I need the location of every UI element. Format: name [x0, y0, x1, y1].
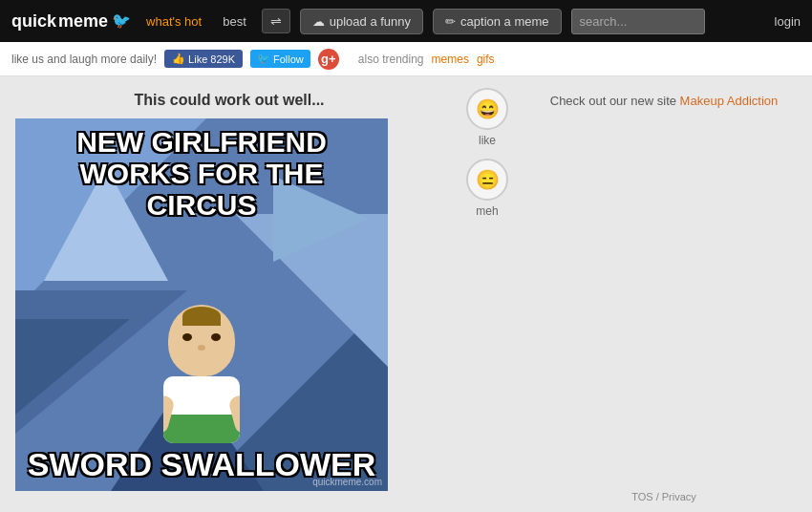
meh-emoji-icon: 😑: [476, 168, 500, 191]
caption-button[interactable]: ✏ caption a meme: [433, 9, 562, 34]
baby-figure: [163, 305, 240, 443]
baby-head: [168, 305, 235, 376]
twitter-bird-icon: 🐦: [257, 53, 270, 65]
like-label: like: [479, 134, 496, 147]
caption-icon: ✏: [445, 14, 456, 29]
like-button[interactable]: 😄: [466, 88, 508, 130]
baby-body: [163, 376, 240, 443]
baby-eye-left: [182, 333, 192, 341]
baby-eye-right: [211, 333, 221, 341]
logo: quick meme 🐦: [11, 12, 131, 30]
meme-image: NEW GIRLFRIEND WORKS FOR THE CIRCUS SWOR…: [15, 118, 388, 491]
like-us-text: like us and laugh more daily!: [11, 53, 157, 66]
nav-whats-hot[interactable]: what's hot: [140, 14, 207, 29]
privacy-link[interactable]: Privacy: [662, 491, 696, 502]
facebook-like-button[interactable]: 👍 Like 829K: [164, 50, 243, 68]
login-button[interactable]: login: [775, 14, 801, 29]
upload-button[interactable]: ☁ upload a funny: [300, 9, 423, 34]
subheader: like us and laugh more daily! 👍 Like 829…: [0, 42, 812, 76]
facebook-thumb-icon: 👍: [172, 53, 185, 65]
content-area: This could work out well...: [0, 76, 459, 512]
baby-hair: [182, 307, 221, 326]
shuffle-button[interactable]: ⇌: [262, 9, 290, 33]
footer-links: TOS / Privacy: [527, 491, 801, 502]
vote-panel: 😄 like 😑 meh: [459, 76, 516, 512]
watermark: quickmeme.com: [312, 477, 382, 487]
google-plus-icon: g+: [321, 52, 336, 66]
header: quick meme 🐦 what's hot best ⇌ ☁ upload …: [0, 0, 812, 42]
meme-title: This could work out well...: [15, 92, 443, 109]
like-emoji-icon: 😄: [476, 97, 500, 120]
meme-text-top: NEW GIRLFRIEND WORKS FOR THE CIRCUS: [15, 126, 388, 221]
shuffle-icon: ⇌: [270, 13, 282, 29]
promo-text: Check out our new site Makeup Addiction: [527, 94, 801, 108]
promo-site-link[interactable]: Makeup Addiction: [680, 94, 779, 108]
logo-meme-text: meme: [58, 12, 108, 30]
gifs-link[interactable]: gifs: [477, 53, 495, 66]
baby-nose: [198, 345, 205, 351]
also-trending-label: also trending: [358, 53, 424, 66]
meme-background: NEW GIRLFRIEND WORKS FOR THE CIRCUS SWOR…: [15, 118, 388, 491]
google-plus-button[interactable]: g+: [318, 49, 339, 70]
tos-link[interactable]: TOS: [631, 491, 652, 502]
meh-label: meh: [476, 204, 498, 218]
search-input[interactable]: [571, 9, 705, 34]
baby-shirt: [163, 415, 240, 443]
right-sidebar: Check out our new site Makeup Addiction …: [516, 76, 812, 512]
meh-button[interactable]: 😑: [466, 159, 508, 201]
nav-best[interactable]: best: [217, 14, 252, 29]
upload-icon: ☁: [312, 14, 325, 29]
logo-quick-text: quick: [11, 12, 56, 30]
footer-separator: /: [656, 491, 659, 502]
main-area: This could work out well...: [0, 76, 812, 512]
logo-bird-icon: 🐦: [112, 13, 131, 29]
memes-link[interactable]: memes: [432, 53, 469, 66]
twitter-follow-button[interactable]: 🐦 Follow: [250, 50, 310, 68]
